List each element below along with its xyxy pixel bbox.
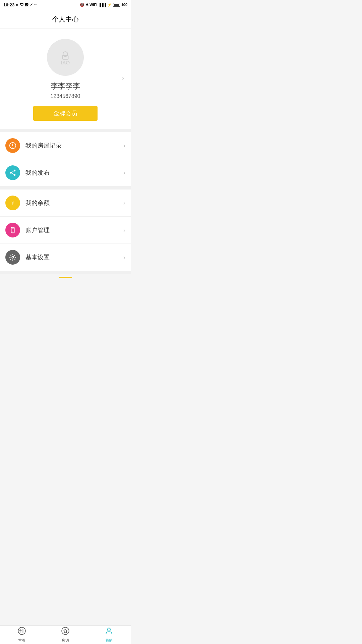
account-manage-chevron: › xyxy=(123,227,125,234)
phone-manage-icon xyxy=(9,226,16,234)
svg-point-5 xyxy=(12,147,13,147)
menu-item-my-balance[interactable]: ¥ 我的余额 › xyxy=(0,190,131,217)
phone-icon: 📵 xyxy=(80,3,84,7)
battery-fill xyxy=(114,4,119,6)
svg-text:IAO: IAO xyxy=(61,60,70,65)
menu-item-account-manage[interactable]: 账户管理 › xyxy=(0,217,131,244)
section-divider-3 xyxy=(0,271,131,274)
basic-settings-label: 基本设置 xyxy=(25,253,123,261)
my-publish-icon xyxy=(5,165,20,180)
my-balance-icon: ¥ xyxy=(5,196,20,210)
signal-icon: ▐▐▐ xyxy=(98,3,106,7)
shield-icon: 🛡 xyxy=(20,3,23,7)
user-name: 李李李李 xyxy=(51,81,80,91)
check-icon: ✓ xyxy=(30,3,33,7)
bluetooth-icon: ✱ xyxy=(85,3,88,7)
house-record-icon xyxy=(5,138,20,153)
menu-section-2: ¥ 我的余额 › 账户管理 › 基本设置 › xyxy=(0,190,131,271)
svg-point-6 xyxy=(14,170,16,172)
status-left: 16:23 ∞ 🛡 🖼 ✓ ··· xyxy=(3,2,37,7)
battery-level: 100 xyxy=(121,3,127,7)
lightning-icon: ⚡ xyxy=(107,3,112,7)
dots-icon: ··· xyxy=(34,3,37,7)
avatar-svg: IAO xyxy=(54,46,77,69)
image-icon: 🖼 xyxy=(25,3,28,7)
svg-line-10 xyxy=(12,173,14,174)
profile-section: IAO › 李李李李 1234567890 金牌会员 xyxy=(0,29,131,129)
my-publish-chevron: › xyxy=(123,169,125,176)
yen-icon: ¥ xyxy=(9,199,16,207)
svg-point-15 xyxy=(12,256,14,258)
membership-button[interactable]: 金牌会员 xyxy=(33,106,98,121)
svg-point-7 xyxy=(10,172,12,174)
infinity-icon: ∞ xyxy=(16,3,18,7)
tab-bar-spacer xyxy=(0,278,131,302)
section-divider-1 xyxy=(0,129,131,132)
menu-item-basic-settings[interactable]: 基本设置 › xyxy=(0,244,131,271)
status-bar: 16:23 ∞ 🛡 🖼 ✓ ··· 📵 ✱ WiFi ▐▐▐ ⚡ 100 xyxy=(0,0,131,9)
house-record-label: 我的房屋记录 xyxy=(25,142,123,150)
basic-settings-chevron: › xyxy=(123,254,125,261)
svg-point-13 xyxy=(12,232,13,232)
my-publish-label: 我的发布 xyxy=(25,169,123,177)
wifi-icon: WiFi xyxy=(89,3,97,7)
basic-settings-icon xyxy=(5,250,20,265)
battery-icon xyxy=(113,3,120,7)
page-title: 个人中心 xyxy=(0,9,131,29)
share-icon xyxy=(9,169,16,176)
exclamation-icon xyxy=(9,142,16,149)
menu-item-house-record[interactable]: 我的房屋记录 › xyxy=(0,132,131,159)
gear-icon xyxy=(9,254,16,261)
svg-rect-1 xyxy=(63,55,68,59)
menu-item-my-publish[interactable]: 我的发布 › xyxy=(0,159,131,186)
svg-line-9 xyxy=(12,171,14,172)
section-divider-2 xyxy=(0,186,131,190)
account-manage-label: 账户管理 xyxy=(25,226,123,234)
svg-text:¥: ¥ xyxy=(11,201,14,206)
svg-point-8 xyxy=(14,174,16,176)
status-time: 16:23 xyxy=(3,2,14,7)
house-record-chevron: › xyxy=(123,142,125,149)
user-phone: 1234567890 xyxy=(51,93,80,99)
avatar[interactable]: IAO xyxy=(47,39,84,76)
account-manage-icon xyxy=(5,223,20,237)
menu-section-1: 我的房屋记录 › 我的发布 › xyxy=(0,132,131,186)
my-balance-chevron: › xyxy=(123,200,125,207)
status-right: 📵 ✱ WiFi ▐▐▐ ⚡ 100 xyxy=(80,3,127,7)
my-balance-label: 我的余额 xyxy=(25,199,123,207)
profile-arrow[interactable]: › xyxy=(122,74,124,82)
